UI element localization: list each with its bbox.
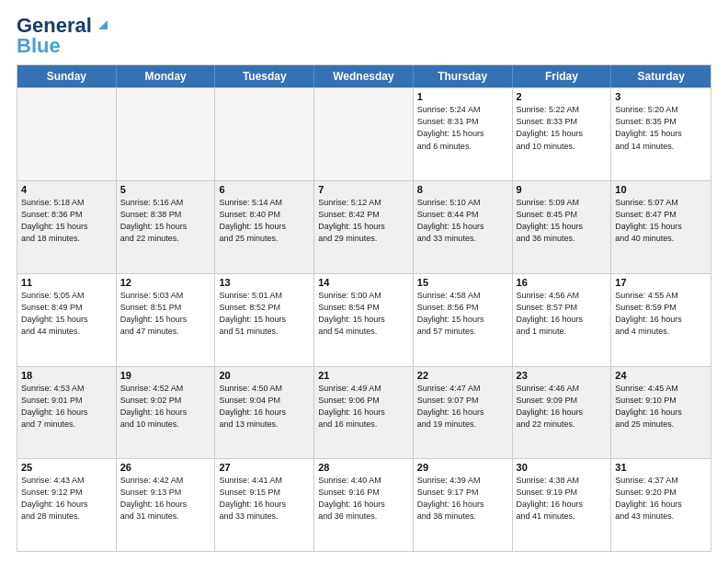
cal-cell-4-6: 31Sunrise: 4:37 AM Sunset: 9:20 PM Dayli… xyxy=(611,459,711,551)
day-info: Sunrise: 4:58 AM Sunset: 8:56 PM Dayligh… xyxy=(417,290,508,338)
day-number: 22 xyxy=(417,370,508,381)
cal-cell-3-4: 22Sunrise: 4:47 AM Sunset: 9:07 PM Dayli… xyxy=(414,367,513,459)
cal-cell-1-1: 5Sunrise: 5:16 AM Sunset: 8:38 PM Daylig… xyxy=(117,181,216,273)
cal-cell-3-0: 18Sunrise: 4:53 AM Sunset: 9:01 PM Dayli… xyxy=(17,367,117,459)
day-number: 27 xyxy=(219,462,310,473)
day-number: 10 xyxy=(615,184,707,195)
cal-cell-3-6: 24Sunrise: 4:45 AM Sunset: 9:10 PM Dayli… xyxy=(611,367,711,459)
logo-icon xyxy=(95,17,111,33)
day-number: 28 xyxy=(318,462,409,473)
calendar: SundayMondayTuesdayWednesdayThursdayFrid… xyxy=(17,64,711,552)
header-cell-wednesday: Wednesday xyxy=(314,65,414,87)
day-info: Sunrise: 4:40 AM Sunset: 9:16 PM Dayligh… xyxy=(318,475,409,523)
cal-cell-3-5: 23Sunrise: 4:46 AM Sunset: 9:09 PM Dayli… xyxy=(513,367,612,459)
day-number: 11 xyxy=(21,277,112,288)
day-info: Sunrise: 4:53 AM Sunset: 9:01 PM Dayligh… xyxy=(21,383,112,431)
day-info: Sunrise: 4:37 AM Sunset: 9:20 PM Dayligh… xyxy=(615,475,707,523)
cal-cell-2-1: 12Sunrise: 5:03 AM Sunset: 8:51 PM Dayli… xyxy=(117,274,216,366)
day-info: Sunrise: 5:12 AM Sunset: 8:42 PM Dayligh… xyxy=(318,197,409,245)
calendar-row-4: 25Sunrise: 4:43 AM Sunset: 9:12 PM Dayli… xyxy=(17,458,711,551)
day-number: 17 xyxy=(615,277,707,288)
day-info: Sunrise: 4:45 AM Sunset: 9:10 PM Dayligh… xyxy=(615,383,707,431)
calendar-header-row: SundayMondayTuesdayWednesdayThursdayFrid… xyxy=(17,65,711,87)
day-info: Sunrise: 5:24 AM Sunset: 8:31 PM Dayligh… xyxy=(417,104,508,152)
page: General Blue SundayMondayTuesdayWednesda… xyxy=(0,0,728,563)
day-number: 9 xyxy=(517,184,608,195)
cal-cell-0-0 xyxy=(17,88,117,180)
day-info: Sunrise: 5:09 AM Sunset: 8:45 PM Dayligh… xyxy=(517,197,608,245)
calendar-row-2: 11Sunrise: 5:05 AM Sunset: 8:49 PM Dayli… xyxy=(17,273,711,366)
cal-cell-1-3: 7Sunrise: 5:12 AM Sunset: 8:42 PM Daylig… xyxy=(314,181,414,273)
day-info: Sunrise: 4:38 AM Sunset: 9:19 PM Dayligh… xyxy=(517,475,608,523)
calendar-body: 1Sunrise: 5:24 AM Sunset: 8:31 PM Daylig… xyxy=(17,87,711,551)
day-info: Sunrise: 5:00 AM Sunset: 8:54 PM Dayligh… xyxy=(318,290,409,338)
day-number: 2 xyxy=(517,91,608,102)
cal-cell-1-2: 6Sunrise: 5:14 AM Sunset: 8:40 PM Daylig… xyxy=(215,181,314,273)
header-cell-monday: Monday xyxy=(117,65,216,87)
day-info: Sunrise: 5:20 AM Sunset: 8:35 PM Dayligh… xyxy=(615,104,707,152)
day-number: 15 xyxy=(417,277,508,288)
cal-cell-4-1: 26Sunrise: 4:42 AM Sunset: 9:13 PM Dayli… xyxy=(117,459,216,551)
day-number: 3 xyxy=(615,91,707,102)
day-info: Sunrise: 4:55 AM Sunset: 8:59 PM Dayligh… xyxy=(615,290,707,338)
day-info: Sunrise: 4:56 AM Sunset: 8:57 PM Dayligh… xyxy=(517,290,608,338)
cal-cell-2-5: 16Sunrise: 4:56 AM Sunset: 8:57 PM Dayli… xyxy=(513,274,612,366)
cal-cell-2-6: 17Sunrise: 4:55 AM Sunset: 8:59 PM Dayli… xyxy=(611,274,711,366)
day-info: Sunrise: 5:18 AM Sunset: 8:36 PM Dayligh… xyxy=(21,197,112,245)
header-cell-thursday: Thursday xyxy=(414,65,513,87)
day-info: Sunrise: 5:22 AM Sunset: 8:33 PM Dayligh… xyxy=(517,104,608,152)
day-info: Sunrise: 4:41 AM Sunset: 9:15 PM Dayligh… xyxy=(219,475,310,523)
day-number: 31 xyxy=(615,462,707,473)
cal-cell-4-2: 27Sunrise: 4:41 AM Sunset: 9:15 PM Dayli… xyxy=(215,459,314,551)
logo-blue: Blue xyxy=(17,35,61,57)
day-info: Sunrise: 5:14 AM Sunset: 8:40 PM Dayligh… xyxy=(219,197,310,245)
day-info: Sunrise: 4:50 AM Sunset: 9:04 PM Dayligh… xyxy=(219,383,310,431)
day-info: Sunrise: 4:49 AM Sunset: 9:06 PM Dayligh… xyxy=(318,383,409,431)
cal-cell-0-5: 2Sunrise: 5:22 AM Sunset: 8:33 PM Daylig… xyxy=(513,88,612,180)
header-cell-friday: Friday xyxy=(513,65,612,87)
cal-cell-0-6: 3Sunrise: 5:20 AM Sunset: 8:35 PM Daylig… xyxy=(611,88,711,180)
day-info: Sunrise: 5:07 AM Sunset: 8:47 PM Dayligh… xyxy=(615,197,707,245)
cal-cell-0-4: 1Sunrise: 5:24 AM Sunset: 8:31 PM Daylig… xyxy=(414,88,513,180)
day-number: 20 xyxy=(219,370,310,381)
day-number: 6 xyxy=(219,184,310,195)
day-info: Sunrise: 4:42 AM Sunset: 9:13 PM Dayligh… xyxy=(120,475,211,523)
day-info: Sunrise: 4:47 AM Sunset: 9:07 PM Dayligh… xyxy=(417,383,508,431)
day-number: 8 xyxy=(417,184,508,195)
day-info: Sunrise: 4:52 AM Sunset: 9:02 PM Dayligh… xyxy=(120,383,211,431)
cal-cell-3-2: 20Sunrise: 4:50 AM Sunset: 9:04 PM Dayli… xyxy=(215,367,314,459)
day-number: 1 xyxy=(417,91,508,102)
cal-cell-0-2 xyxy=(215,88,314,180)
cal-cell-1-5: 9Sunrise: 5:09 AM Sunset: 8:45 PM Daylig… xyxy=(513,181,612,273)
day-info: Sunrise: 4:46 AM Sunset: 9:09 PM Dayligh… xyxy=(517,383,608,431)
svg-marker-0 xyxy=(98,20,108,29)
day-number: 16 xyxy=(517,277,608,288)
header: General Blue xyxy=(17,15,711,57)
calendar-row-3: 18Sunrise: 4:53 AM Sunset: 9:01 PM Dayli… xyxy=(17,366,711,459)
day-info: Sunrise: 4:39 AM Sunset: 9:17 PM Dayligh… xyxy=(417,475,508,523)
day-number: 30 xyxy=(517,462,608,473)
cal-cell-4-5: 30Sunrise: 4:38 AM Sunset: 9:19 PM Dayli… xyxy=(513,459,612,551)
cal-cell-2-3: 14Sunrise: 5:00 AM Sunset: 8:54 PM Dayli… xyxy=(314,274,414,366)
day-number: 26 xyxy=(120,462,211,473)
day-number: 12 xyxy=(120,277,211,288)
day-info: Sunrise: 5:05 AM Sunset: 8:49 PM Dayligh… xyxy=(21,290,112,338)
day-info: Sunrise: 5:10 AM Sunset: 8:44 PM Dayligh… xyxy=(417,197,508,245)
cal-cell-4-4: 29Sunrise: 4:39 AM Sunset: 9:17 PM Dayli… xyxy=(414,459,513,551)
day-info: Sunrise: 5:01 AM Sunset: 8:52 PM Dayligh… xyxy=(219,290,310,338)
day-info: Sunrise: 5:03 AM Sunset: 8:51 PM Dayligh… xyxy=(120,290,211,338)
header-cell-tuesday: Tuesday xyxy=(215,65,314,87)
cal-cell-1-4: 8Sunrise: 5:10 AM Sunset: 8:44 PM Daylig… xyxy=(414,181,513,273)
day-number: 23 xyxy=(517,370,608,381)
cal-cell-0-1 xyxy=(117,88,216,180)
cal-cell-1-0: 4Sunrise: 5:18 AM Sunset: 8:36 PM Daylig… xyxy=(17,181,117,273)
cal-cell-4-0: 25Sunrise: 4:43 AM Sunset: 9:12 PM Dayli… xyxy=(17,459,117,551)
calendar-row-0: 1Sunrise: 5:24 AM Sunset: 8:31 PM Daylig… xyxy=(17,87,711,180)
cal-cell-3-1: 19Sunrise: 4:52 AM Sunset: 9:02 PM Dayli… xyxy=(117,367,216,459)
day-number: 7 xyxy=(318,184,409,195)
cal-cell-2-4: 15Sunrise: 4:58 AM Sunset: 8:56 PM Dayli… xyxy=(414,274,513,366)
day-number: 5 xyxy=(120,184,211,195)
day-number: 21 xyxy=(318,370,409,381)
cal-cell-3-3: 21Sunrise: 4:49 AM Sunset: 9:06 PM Dayli… xyxy=(314,367,414,459)
cal-cell-2-0: 11Sunrise: 5:05 AM Sunset: 8:49 PM Dayli… xyxy=(17,274,117,366)
